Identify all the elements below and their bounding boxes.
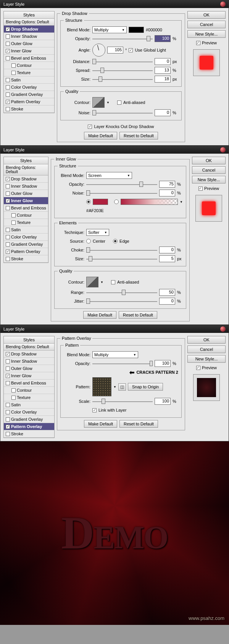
close-orb[interactable] [220, 2, 226, 7]
checkbox[interactable] [6, 242, 10, 247]
checkbox[interactable] [6, 206, 10, 210]
checkbox[interactable] [6, 107, 10, 111]
checkbox[interactable] [6, 257, 10, 261]
style-texture[interactable]: Texture [4, 219, 48, 226]
checkbox[interactable] [6, 228, 10, 232]
style-bevel[interactable]: Bevel and Emboss [4, 204, 48, 212]
spread-input[interactable]: 13 [155, 67, 171, 74]
style-inner-shadow[interactable]: Inner Shadow [4, 358, 54, 365]
checkbox[interactable] [6, 374, 10, 378]
opacity-slider[interactable] [92, 36, 153, 41]
style-color-overlay[interactable]: Color Overlay [4, 409, 54, 416]
blending-options[interactable]: Blending Options: Default [4, 164, 48, 175]
cancel-button[interactable]: Cancel [187, 21, 226, 28]
gradient-picker[interactable] [121, 199, 178, 205]
checkbox[interactable] [6, 177, 10, 181]
range-slider[interactable] [86, 290, 157, 295]
choke-slider[interactable] [86, 247, 157, 253]
checkbox[interactable] [6, 417, 10, 422]
style-satin[interactable]: Satin [4, 226, 48, 234]
reset-default-button[interactable]: Reset to Default [119, 132, 158, 140]
style-gradient-overlay[interactable]: Gradient Overlay [4, 91, 54, 98]
technique-select[interactable]: Softer [86, 229, 109, 236]
checkbox[interactable] [6, 34, 10, 39]
style-inner-shadow[interactable]: Inner Shadow [4, 33, 54, 40]
checkbox[interactable] [11, 63, 16, 68]
noise-slider[interactable] [92, 110, 153, 115]
reset-default-button[interactable]: Reset to Default [119, 420, 158, 428]
choke-input[interactable]: 0 [159, 247, 175, 253]
new-preset-icon[interactable]: ◫ [118, 383, 126, 391]
checkbox[interactable] [6, 403, 10, 407]
knockout-checkbox[interactable] [88, 125, 92, 129]
style-stroke[interactable]: Stroke [4, 430, 54, 438]
close-orb[interactable] [220, 326, 226, 332]
style-inner-glow[interactable]: Inner Glow [4, 47, 54, 55]
snap-origin-button[interactable]: Snap to Origin [128, 383, 163, 391]
style-stroke[interactable]: Stroke [4, 105, 54, 113]
spread-slider[interactable] [92, 68, 153, 73]
checkbox[interactable] [6, 78, 10, 82]
opacity-input[interactable]: 75 [159, 181, 175, 188]
source-center-radio[interactable] [86, 239, 91, 243]
global-light-checkbox[interactable] [129, 48, 133, 52]
noise-input[interactable]: 0 [155, 109, 171, 116]
opacity-slider[interactable] [86, 182, 157, 187]
checkbox[interactable] [6, 56, 10, 60]
style-outer-glow[interactable]: Outer Glow [4, 365, 54, 372]
checkbox[interactable] [6, 250, 10, 254]
style-drop-shadow[interactable]: Drop Shadow [4, 350, 54, 358]
blend-mode-select[interactable]: Screen [86, 172, 132, 179]
range-input[interactable]: 50 [159, 289, 175, 296]
style-contour[interactable]: Contour [4, 212, 48, 219]
checkbox[interactable] [11, 396, 16, 400]
make-default-button[interactable]: Make Default [84, 420, 117, 428]
new-style-button[interactable]: New Style... [192, 176, 226, 183]
angle-dial[interactable] [92, 44, 105, 57]
ok-button[interactable]: OK [192, 157, 226, 164]
checkbox[interactable] [6, 352, 10, 356]
blending-options[interactable]: Blending Options: Default [4, 344, 54, 350]
style-color-overlay[interactable]: Color Overlay [4, 84, 54, 91]
style-inner-glow[interactable]: Inner Glow [4, 197, 48, 204]
angle-input[interactable]: 105 [107, 47, 123, 54]
style-outer-glow[interactable]: Outer Glow [4, 190, 48, 197]
contour-picker[interactable] [92, 97, 105, 108]
noise-slider[interactable] [86, 190, 157, 196]
blend-mode-select[interactable]: Multiply [92, 351, 138, 358]
new-style-button[interactable]: New Style... [187, 30, 226, 38]
style-contour[interactable]: Contour [4, 387, 54, 394]
checkbox[interactable] [11, 388, 16, 393]
checkbox[interactable] [6, 85, 10, 89]
style-bevel[interactable]: Bevel and Emboss [4, 380, 54, 387]
checkbox[interactable] [6, 92, 10, 97]
style-outer-glow[interactable]: Outer Glow [4, 40, 54, 47]
checkbox[interactable] [6, 42, 10, 46]
checkbox[interactable] [6, 235, 10, 239]
antialiased-checkbox[interactable] [111, 280, 115, 284]
style-satin[interactable]: Satin [4, 401, 54, 409]
preview-checkbox[interactable] [196, 366, 200, 370]
contour-picker[interactable] [86, 277, 98, 287]
checkbox[interactable] [6, 425, 10, 429]
checkbox[interactable] [6, 184, 10, 188]
noise-input[interactable]: 0 [159, 190, 175, 196]
cancel-button[interactable]: Cancel [192, 166, 226, 174]
jitter-slider[interactable] [86, 298, 157, 304]
size-slider[interactable] [92, 76, 153, 82]
checkbox[interactable] [6, 49, 10, 53]
style-pattern-overlay[interactable]: Pattern Overlay [4, 423, 54, 430]
ok-button[interactable]: OK [187, 336, 226, 344]
antialiased-checkbox[interactable] [117, 101, 121, 105]
style-texture[interactable]: Texture [4, 394, 54, 401]
style-inner-glow[interactable]: Inner Glow [4, 372, 54, 380]
blending-options[interactable]: Blending Options: Default [4, 19, 54, 26]
checkbox[interactable] [11, 221, 16, 225]
close-orb[interactable] [220, 147, 226, 152]
source-edge-radio[interactable] [113, 239, 118, 243]
style-satin[interactable]: Satin [4, 76, 54, 84]
checkbox[interactable] [11, 213, 16, 217]
style-color-overlay[interactable]: Color Overlay [4, 234, 48, 241]
color-swatch[interactable] [93, 199, 108, 205]
opacity-input[interactable]: 100 [155, 360, 171, 367]
